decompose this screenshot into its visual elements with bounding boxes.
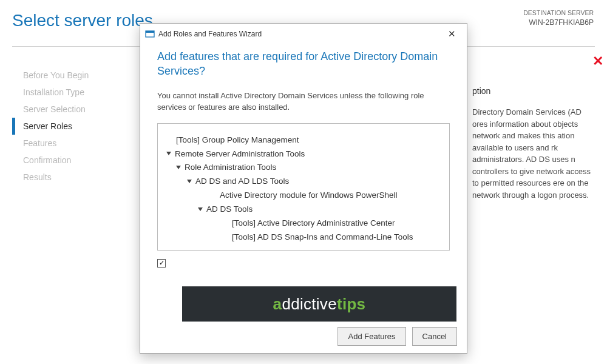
caret-down-icon xyxy=(166,152,171,155)
sidebar-item-server-selection[interactable]: Server Selection xyxy=(12,101,134,118)
sidebar-item-installation-type[interactable]: Installation Type xyxy=(12,84,134,101)
include-mgmt-tools-row[interactable]: ✓ xyxy=(140,251,467,268)
dialog-buttons: Add Features Cancel xyxy=(337,327,457,346)
dialog-close-icon[interactable]: ✕ xyxy=(442,26,462,42)
dialog-title: Add Roles and Features Wizard xyxy=(158,30,262,38)
sidebar-item-server-roles[interactable]: Server Roles xyxy=(12,118,134,135)
wizard-icon xyxy=(145,29,155,39)
dialog-body: Add features that are required for Activ… xyxy=(140,44,467,251)
sidebar: Before You Begin Installation Type Serve… xyxy=(12,67,134,186)
description-panel: ption Directory Domain Services (AD ores… xyxy=(472,85,594,201)
watermark-logo: addictivetips xyxy=(182,286,456,322)
destination-server: DESTINATION SERVER WIN-2B7FHKIAB6P xyxy=(523,8,594,27)
tree-item: Remote Server Administration Tools xyxy=(166,147,441,161)
dialog-heading: Add features that are required for Activ… xyxy=(157,49,450,79)
watermark-part3: tips xyxy=(337,295,365,314)
dialog-titlebar: Add Roles and Features Wizard ✕ xyxy=(140,24,467,44)
tree-item: AD DS and AD LDS Tools xyxy=(166,175,441,189)
page-close-icon[interactable]: ✕ xyxy=(592,53,603,69)
caret-down-icon xyxy=(198,207,203,211)
destination-label: DESTINATION SERVER xyxy=(523,8,594,18)
tree-item: [Tools] Group Policy Management xyxy=(166,133,441,147)
sidebar-item-results[interactable]: Results xyxy=(12,169,134,186)
watermark-part2: ddictive xyxy=(282,295,337,314)
description-body: Directory Domain Services (AD ores infor… xyxy=(472,106,594,201)
svg-rect-1 xyxy=(146,31,154,33)
cancel-button[interactable]: Cancel xyxy=(412,327,457,346)
add-features-button[interactable]: Add Features xyxy=(337,327,405,346)
sidebar-item-before-you-begin[interactable]: Before You Begin xyxy=(12,67,134,84)
tree-item: [Tools] AD DS Snap-Ins and Command-Line … xyxy=(166,231,441,244)
tree-item: Active Directory module for Windows Powe… xyxy=(166,189,441,203)
checkbox-icon[interactable]: ✓ xyxy=(157,259,166,268)
feature-tree: [Tools] Group Policy Management Remote S… xyxy=(157,123,450,251)
sidebar-item-confirmation[interactable]: Confirmation xyxy=(12,152,134,169)
page-title: Select server roles xyxy=(12,11,153,30)
tree-item: AD DS Tools xyxy=(166,203,441,217)
caret-down-icon xyxy=(187,180,192,183)
tree-item: Role Administration Tools xyxy=(166,161,441,175)
watermark-part1: a xyxy=(273,295,282,314)
sidebar-item-features[interactable]: Features xyxy=(12,135,134,152)
tree-item: [Tools] Active Directory Administrative … xyxy=(166,217,441,231)
dialog-subtext: You cannot install Active Directory Doma… xyxy=(157,90,450,113)
destination-name: WIN-2B7FHKIAB6P xyxy=(523,18,594,28)
caret-down-icon xyxy=(176,166,181,169)
description-title: ption xyxy=(472,85,594,98)
